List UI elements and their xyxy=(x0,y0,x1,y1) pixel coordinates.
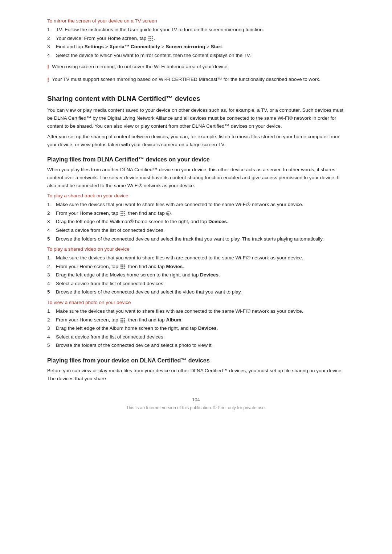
video-steps-list: 1 Make sure the devices that you want to… xyxy=(47,254,345,296)
video-step-5: 5 Browse the folders of the connected de… xyxy=(47,288,345,296)
mirror-step-2: 2 Your device: From your Home screen, ta… xyxy=(47,34,345,42)
playing-files-heading: Playing files from DLNA Certified™ devic… xyxy=(47,156,345,163)
track-step-4: 4 Select a device from the list of conne… xyxy=(47,226,345,234)
mirror-step-4: 4 Select the device to which you want to… xyxy=(47,52,345,59)
photo-step-5: 5 Browse the folders of the connected de… xyxy=(47,341,345,349)
mirror-heading: To mirror the screen of your device on a… xyxy=(47,18,345,24)
track-step-1: 1 Make sure the devices that you want to… xyxy=(47,201,345,209)
dlna-intro-p1: You can view or play media content saved… xyxy=(47,106,345,130)
playing-from-device-intro: Before you can view or play media files … xyxy=(47,367,345,382)
video-step-1: 1 Make sure the devices that you want to… xyxy=(47,254,345,262)
apps-icon-photo xyxy=(120,317,125,323)
video-step-4: 4 Select a device from the list of conne… xyxy=(47,280,345,288)
photo-step-2: 2 From your Home screen, tap , then find… xyxy=(47,316,345,324)
photo-step-3: 3 Drag the left edge of the Album home s… xyxy=(47,324,345,332)
video-step-3: 3 Drag the left edge of the Movies home … xyxy=(47,271,345,279)
track-step-5: 5 Browse the folders of the connected de… xyxy=(47,235,345,243)
footer-note: This is an Internet version of this publ… xyxy=(47,405,345,410)
photo-steps-list: 1 Make sure the devices that you want to… xyxy=(47,307,345,349)
apps-icon-video xyxy=(120,264,125,269)
mirror-step-3: 3 Find and tap Settings > Xperia™ Connec… xyxy=(47,43,345,51)
warning-text-1: When using screen mirroring, do not cove… xyxy=(52,63,229,71)
page-content: To mirror the screen of your device on a… xyxy=(47,0,345,432)
video-step-2: 2 From your Home screen, tap , then find… xyxy=(47,263,345,271)
mirror-step-1: 1 TV: Follow the instructions in the Use… xyxy=(47,26,345,34)
warning-2: ! Your TV must support screen mirroring … xyxy=(47,75,345,85)
playing-from-device-heading: Playing files from your device on DLNA C… xyxy=(47,357,345,364)
photo-heading: To view a shared photo on your device xyxy=(47,300,345,305)
apps-icon xyxy=(148,36,153,41)
track-steps-list: 1 Make sure the devices that you want to… xyxy=(47,201,345,243)
warning-1: ! When using screen mirroring, do not co… xyxy=(47,63,345,72)
track-step-3: 3 Drag the left edge of the Walkman® hom… xyxy=(47,218,345,226)
photo-step-1: 1 Make sure the devices that you want to… xyxy=(47,307,345,315)
mirror-steps-list: 1 TV: Follow the instructions in the Use… xyxy=(47,26,345,59)
track-heading: To play a shared track on your device xyxy=(47,193,345,198)
track-step-2: 2 From your Home screen, tap , then find… xyxy=(47,209,345,217)
apps-icon-track xyxy=(120,211,125,216)
warning-icon-1: ! xyxy=(47,63,49,72)
photo-step-4: 4 Select a device from the list of conne… xyxy=(47,333,345,341)
warning-text-2: Your TV must support screen mirroring ba… xyxy=(52,75,320,83)
dlna-intro-p2: After you set up the sharing of content … xyxy=(47,133,345,148)
video-heading: To play a shared video on your device xyxy=(47,246,345,252)
warning-icon-2: ! xyxy=(47,76,49,85)
dlna-section-heading: Sharing content with DLNA Certified™ dev… xyxy=(47,95,345,103)
playing-files-intro: When you play files from another DLNA Ce… xyxy=(47,166,345,189)
walkman-icon xyxy=(166,211,171,216)
page-number: 104 xyxy=(47,397,345,402)
